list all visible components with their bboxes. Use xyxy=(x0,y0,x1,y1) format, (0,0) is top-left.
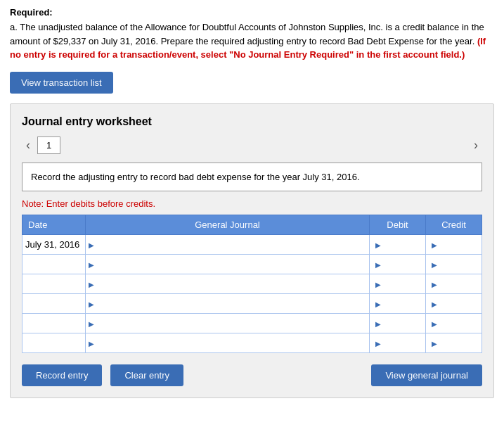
journal-cell-2[interactable]: ▶ xyxy=(86,274,370,294)
debit-input-0[interactable] xyxy=(382,239,422,250)
journal-input-2[interactable] xyxy=(96,279,363,289)
date-cell-3[interactable] xyxy=(22,294,86,314)
debit-cell-5[interactable]: ▶ xyxy=(370,333,426,353)
table-row: ▶▶▶ xyxy=(22,255,482,274)
journal-input-4[interactable] xyxy=(96,318,363,329)
date-input-5[interactable] xyxy=(25,338,82,348)
journal-cell-5[interactable]: ▶ xyxy=(86,333,370,353)
note-text: Note: Enter debits before credits. xyxy=(22,198,482,209)
col-header-credit: Credit xyxy=(426,215,482,235)
credit-input-5[interactable] xyxy=(439,338,479,348)
journal-input-5[interactable] xyxy=(96,338,363,348)
required-section: Required: a. The unadjusted balance of t… xyxy=(10,7,494,62)
table-row: ▶▶▶ xyxy=(22,294,482,314)
col-header-debit: Debit xyxy=(370,215,426,235)
buttons-row: Record entry Clear entry View general jo… xyxy=(22,364,482,386)
journal-table: Date General Journal Debit Credit July 3… xyxy=(22,215,482,353)
nav-left-arrow[interactable]: ‹ xyxy=(22,136,34,154)
debit-input-3[interactable] xyxy=(382,298,422,309)
credit-cell-3[interactable]: ▶ xyxy=(426,294,482,314)
journal-input-1[interactable] xyxy=(96,259,363,269)
journal-cell-1[interactable]: ▶ xyxy=(86,255,370,274)
journal-input-0[interactable] xyxy=(96,239,363,250)
date-cell-5[interactable] xyxy=(22,333,86,353)
credit-input-4[interactable] xyxy=(439,318,479,329)
record-entry-button[interactable]: Record entry xyxy=(22,364,102,386)
required-label: Required: xyxy=(10,7,494,18)
worksheet-title: Journal entry worksheet xyxy=(22,115,482,128)
tab-number[interactable]: 1 xyxy=(37,136,60,154)
nav-row: ‹ 1 › xyxy=(22,136,482,154)
credit-input-2[interactable] xyxy=(439,279,479,289)
date-cell-4[interactable] xyxy=(22,314,86,333)
table-header-row: Date General Journal Debit Credit xyxy=(22,215,482,235)
required-text: a. The unadjusted balance of the Allowan… xyxy=(10,20,494,62)
required-text-part1: a. The unadjusted balance of the Allowan… xyxy=(10,22,484,46)
debit-cell-3[interactable]: ▶ xyxy=(370,294,426,314)
credit-cell-0[interactable]: ▶ xyxy=(426,235,482,255)
debit-cell-1[interactable]: ▶ xyxy=(370,255,426,274)
journal-cell-0[interactable]: ▶ xyxy=(86,235,370,255)
credit-input-0[interactable] xyxy=(439,239,479,250)
journal-cell-4[interactable]: ▶ xyxy=(86,314,370,333)
col-header-date: Date xyxy=(22,215,86,235)
date-input-4[interactable] xyxy=(25,318,82,329)
journal-input-3[interactable] xyxy=(96,298,363,309)
credit-cell-1[interactable]: ▶ xyxy=(426,255,482,274)
view-transaction-button[interactable]: View transaction list xyxy=(10,72,113,94)
table-row: ▶▶▶ xyxy=(22,333,482,353)
credit-input-1[interactable] xyxy=(439,259,479,269)
date-input-3[interactable] xyxy=(25,298,82,309)
worksheet-container: Journal entry worksheet ‹ 1 › Record the… xyxy=(10,103,494,399)
credit-cell-2[interactable]: ▶ xyxy=(426,274,482,294)
nav-right-arrow[interactable]: › xyxy=(470,136,482,154)
table-row: July 31, 2016▶▶▶ xyxy=(22,235,482,255)
debit-input-5[interactable] xyxy=(382,338,422,348)
date-input-2[interactable] xyxy=(25,279,82,289)
clear-entry-button[interactable]: Clear entry xyxy=(110,364,183,386)
debit-cell-0[interactable]: ▶ xyxy=(370,235,426,255)
date-cell-2[interactable] xyxy=(22,274,86,294)
debit-input-2[interactable] xyxy=(382,279,422,289)
instruction-box: Record the adjusting entry to record bad… xyxy=(22,163,482,192)
debit-cell-2[interactable]: ▶ xyxy=(370,274,426,294)
credit-cell-4[interactable]: ▶ xyxy=(426,314,482,333)
journal-cell-3[interactable]: ▶ xyxy=(86,294,370,314)
table-row: ▶▶▶ xyxy=(22,314,482,333)
credit-input-3[interactable] xyxy=(439,298,479,309)
date-cell-0[interactable]: July 31, 2016 xyxy=(22,235,86,255)
debit-input-4[interactable] xyxy=(382,318,422,329)
debit-input-1[interactable] xyxy=(382,259,422,269)
date-cell-1[interactable] xyxy=(22,255,86,274)
debit-cell-4[interactable]: ▶ xyxy=(370,314,426,333)
table-row: ▶▶▶ xyxy=(22,274,482,294)
col-header-journal: General Journal xyxy=(86,215,370,235)
date-input-1[interactable] xyxy=(25,259,82,269)
credit-cell-5[interactable]: ▶ xyxy=(426,333,482,353)
view-general-journal-button[interactable]: View general journal xyxy=(371,364,482,386)
